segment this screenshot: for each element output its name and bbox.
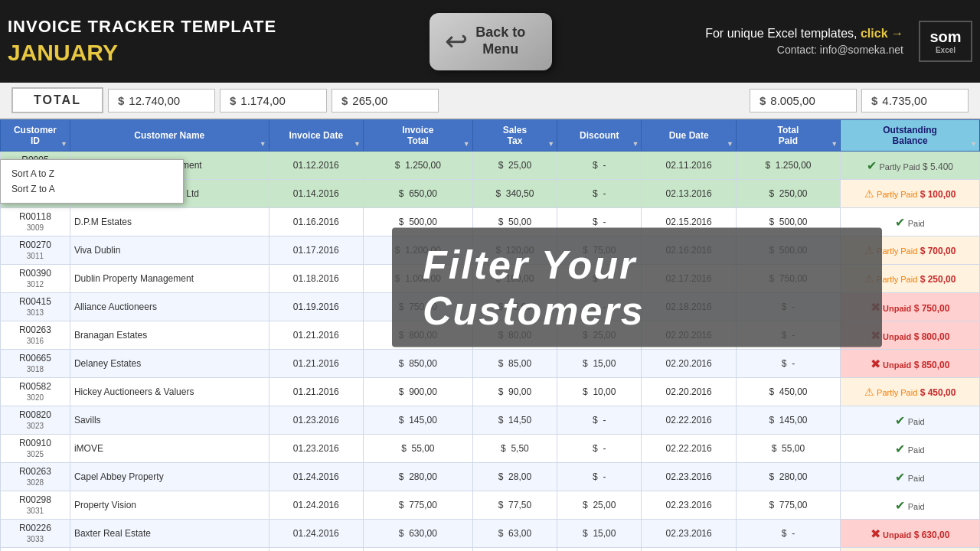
table-row[interactable]: R001183009 D.P.M Estates 01.16.2016 $ 50… [1, 208, 980, 236]
cell-due-date: 02.23.2016 [642, 491, 736, 520]
cell-customer-name: Branagan Estates [70, 321, 269, 350]
status-text: Paid [908, 219, 925, 228]
cell-customer-id: R002633028 [1, 463, 70, 491]
col-header-outstanding-balance[interactable]: OutstandingBalance ▼ [841, 120, 980, 152]
cell-discount: $ 25,00 [557, 491, 642, 520]
outstanding-amount: $ 250,00 [920, 274, 956, 285]
header-right: For unique Excel templates, click → Cont… [705, 21, 972, 62]
cell-outstanding-balance: ✖ Unpaid $ 800,00 [841, 321, 980, 350]
cell-outstanding-balance: ✔ Paid [841, 406, 980, 435]
cell-outstanding-balance: ⚠ Partly Paid $ 100,00 [841, 180, 980, 208]
promo-info: For unique Excel templates, click → Cont… [705, 27, 903, 56]
outstanding-amount: $ 5.400 [923, 161, 953, 172]
status-partly-icon: ⚠ [864, 386, 874, 398]
cell-customer-id: R003903012 [1, 265, 70, 293]
col-header-invoice-total[interactable]: InvoiceTotal ▼ [363, 120, 472, 152]
col-header-customer-id[interactable]: CustomerID ▼ [1, 120, 70, 152]
cell-discount: $ 10,00 [557, 378, 642, 406]
col-header-discount[interactable]: Discount ▼ [557, 120, 642, 152]
cell-customer-name: D.P.M Estates [70, 208, 269, 236]
cell-customer-id: R001183009 [1, 208, 70, 236]
cell-invoice-date: 01.24.2016 [269, 463, 363, 491]
cell-outstanding-balance: ✔ Paid [841, 463, 980, 491]
cell-discount: $ - [557, 463, 642, 491]
contact-text: Contact: info@someka.net [705, 44, 903, 56]
table-row[interactable]: R007183034 Property Home & Away 01.24.20… [1, 548, 980, 552]
cell-due-date: 02.16.2016 [642, 236, 736, 265]
cell-discount: $ - [557, 293, 642, 321]
cell-sales-tax: $ 100,00 [472, 265, 557, 293]
table-row[interactable]: R002263033 Baxter Real Estate 01.24.2016… [1, 520, 980, 548]
cell-sales-tax: $ 125,00 [472, 548, 557, 552]
cell-due-date: 02.23.2016 [642, 463, 736, 491]
status-unpaid-icon: ✖ [871, 357, 880, 370]
cell-total-paid: $ 1.250,00 [736, 152, 840, 180]
outstanding-amount: $ 750,00 [914, 303, 950, 314]
col-header-due-date[interactable]: Due Date ▼ [642, 120, 736, 152]
status-text: Unpaid [883, 332, 911, 341]
cell-invoice-date: 01.23.2016 [269, 435, 363, 463]
cell-sales-tax: $ 77,50 [472, 491, 557, 520]
sort-a-to-z[interactable]: Sort A to Z [7, 166, 177, 181]
status-text: Unpaid [883, 530, 911, 540]
cell-customer-name: Hickey Auctioneers & Valuers [70, 378, 269, 406]
table-row[interactable]: R005823020 Hickey Auctioneers & Valuers … [1, 378, 980, 406]
status-paid-icon: ✔ [895, 471, 905, 484]
table-row[interactable]: R003903012 Dublin Property Management 01… [1, 265, 980, 293]
cell-outstanding-balance: ✖ Unpaid $ 750,00 [841, 293, 980, 321]
total-amount-1: 12.740,00 [129, 94, 180, 107]
table-row[interactable]: R002983031 Property Vision 01.24.2016 $ … [1, 491, 980, 520]
dollar-sign-3: $ [341, 94, 348, 107]
cell-discount: $ - [557, 265, 642, 293]
cell-due-date: 02.18.2016 [642, 293, 736, 321]
sort-z-to-a[interactable]: Sort Z to A [7, 181, 177, 197]
totals-right: $ 8.005,00 $ 4.735,00 [750, 89, 969, 112]
cell-total-paid: $ 450,00 [736, 378, 840, 406]
back-btn-label: Back toMenu [475, 24, 525, 57]
cell-customer-id: R005823020 [1, 378, 70, 406]
header: INVOICE TRACKER TEMPLATE JANUARY ↩ Back … [0, 0, 980, 83]
table-row[interactable]: R009103025 iMOVE 01.23.2016 $ 55,00 $ 5,… [1, 435, 980, 463]
table-row[interactable]: R004153013 Alliance Auctioneers 01.19.20… [1, 293, 980, 321]
cell-invoice-date: 01.21.2016 [269, 378, 363, 406]
col-header-sales-tax[interactable]: SalesTax ▼ [472, 120, 557, 152]
table-row[interactable]: R002703011 Viva Dublin 01.17.2016 $ 1.20… [1, 236, 980, 265]
table-row[interactable]: R008203023 Savills 01.23.2016 $ 145,00 $… [1, 406, 980, 435]
cell-customer-id: R002983031 [1, 491, 70, 520]
cell-sales-tax: $ 340,50 [472, 180, 557, 208]
cell-invoice-total: $ 280,00 [363, 463, 472, 491]
cell-customer-id: R002633016 [1, 321, 70, 350]
table-row[interactable]: R002633016 Branagan Estates 01.21.2016 $… [1, 321, 980, 350]
click-link[interactable]: click → [861, 27, 903, 40]
col-header-invoice-date[interactable]: Invoice Date ▼ [269, 120, 363, 152]
status-text: Partly Paid [877, 246, 917, 256]
table-header-row: CustomerID ▼ Customer Name ▼ Invoice Dat… [1, 120, 980, 152]
col-header-customer-name[interactable]: Customer Name ▼ [70, 120, 269, 152]
cell-total-paid: $ - [736, 321, 840, 350]
outstanding-amount: $ 100,00 [920, 189, 956, 200]
cell-customer-id: R002263033 [1, 520, 70, 548]
status-unpaid-icon: ✖ [871, 329, 880, 342]
total-label: TOTAL [11, 87, 103, 113]
app-title: INVOICE TRACKER TEMPLATE [8, 17, 276, 37]
cell-due-date: 02.22.2016 [642, 406, 736, 435]
cell-outstanding-balance: ⚠ Partly Paid $ 700,00 [841, 236, 980, 265]
table-row[interactable]: R002633028 Capel Abbey Property 01.24.20… [1, 463, 980, 491]
cell-invoice-date: 01.24.2016 [269, 491, 363, 520]
sort-dropdown[interactable]: Sort A to Z Sort Z to A [0, 159, 184, 204]
cell-invoice-date: 01.12.2016 [269, 152, 363, 180]
back-to-menu-button[interactable]: ↩ Back toMenu [430, 13, 552, 70]
status-partly-icon: ⚠ [864, 244, 874, 256]
cell-discount: $ 75,00 [557, 236, 642, 265]
dollar-sign-4: $ [760, 94, 766, 107]
table-row[interactable]: R006653018 Delaney Estates 01.21.2016 $ … [1, 350, 980, 378]
col-header-total-paid[interactable]: TotalPaid ▼ [736, 120, 840, 152]
status-text: Paid [908, 502, 925, 511]
dollar-sign-2: $ [230, 94, 236, 107]
status-unpaid-icon: ✖ [871, 301, 880, 314]
cell-due-date: 02.22.2016 [642, 435, 736, 463]
status-text: Partly Paid [877, 275, 917, 284]
cell-total-paid: $ 1.250,00 [736, 548, 840, 552]
total-value-4: $ 8.005,00 [750, 89, 857, 112]
cell-invoice-total: $ 775,00 [363, 491, 472, 520]
